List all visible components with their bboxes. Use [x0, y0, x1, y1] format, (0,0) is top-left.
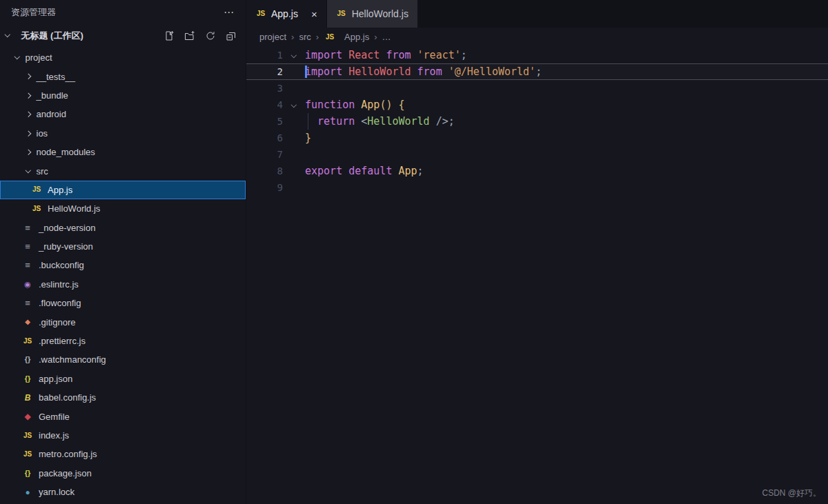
code-token	[342, 49, 348, 61]
tree-item-app-json[interactable]: {}app.json	[0, 370, 246, 388]
breadcrumb-label: src	[299, 32, 310, 42]
tree-item-label: app.json	[39, 374, 72, 384]
code-line-2[interactable]: 2import HelloWorld from '@/HelloWorld';	[246, 63, 828, 80]
code-token: export	[305, 165, 342, 177]
chevron-down-icon	[291, 52, 297, 58]
breadcrumb-label: …	[382, 32, 391, 42]
breadcrumb-item-[interactable]: …	[382, 32, 391, 42]
line-number: 5	[246, 116, 283, 127]
tree-item-node-modules[interactable]: node_modules	[0, 143, 246, 161]
more-actions-icon[interactable]: ⋯	[224, 6, 235, 19]
editor-tabbar: JSApp.js×JSHelloWorld.js	[246, 0, 828, 28]
file-tree: project__tests___bundleandroidiosnode_mo…	[0, 46, 246, 504]
explorer-sidebar: 资源管理器 ⋯ 无标题 (工作区) project__tests___bundl…	[0, 0, 246, 504]
line-number: 2	[246, 66, 283, 77]
line-number: 4	[246, 99, 283, 110]
tree-item-buckconfig[interactable]: ≡.buckconfig	[0, 256, 246, 274]
workspace-label: 无标题 (工作区)	[21, 30, 83, 42]
tree-item-label: .buckconfig	[39, 260, 84, 270]
code-line-5[interactable]: 5 return <HelloWorld />;	[246, 113, 828, 130]
code-text: import React from 'react';	[305, 49, 467, 61]
tree-item-flowconfig[interactable]: ≡.flowconfig	[0, 294, 246, 312]
code-line-4[interactable]: 4function App() {	[246, 97, 828, 113]
js-file-icon: JS	[21, 451, 34, 458]
code-token: HelloWorld	[348, 65, 411, 78]
line-number: 8	[246, 165, 283, 177]
tree-item-watchmanconfig[interactable]: {}.watchmanconfig	[0, 350, 246, 369]
tree-item-android[interactable]: android	[0, 105, 246, 123]
tree-item-prettierrc-js[interactable]: JS.prettierrc.js	[0, 332, 246, 350]
tree-item-node-version[interactable]: ≡_node-version	[0, 219, 246, 237]
code-token: function	[305, 99, 355, 111]
code-token: from	[417, 65, 442, 78]
code-token: from	[386, 49, 411, 61]
code-editor[interactable]: 1import React from 'react';2import Hello…	[246, 46, 828, 504]
tree-item-helloworld-js[interactable]: JSHelloWorld.js	[0, 199, 246, 218]
fold-chevron-icon[interactable]	[283, 103, 305, 107]
tree-item-label: src	[37, 166, 48, 177]
collapse-all-icon[interactable]	[224, 28, 239, 43]
tree-item-babel-config-js[interactable]: Bbabel.config.js	[0, 388, 246, 407]
braces-y-file-icon: {}	[21, 470, 34, 477]
explorer-title: 资源管理器	[11, 6, 56, 19]
tree-item-label: App.js	[48, 185, 72, 195]
code-line-9[interactable]: 9	[246, 179, 828, 196]
tree-item-package-json[interactable]: {}package.json	[0, 464, 246, 483]
breadcrumb-separator-icon: ›	[374, 32, 377, 42]
tree-item-app-js[interactable]: JSApp.js	[0, 181, 246, 199]
new-folder-icon[interactable]	[182, 28, 197, 43]
tree-item-index-js[interactable]: JSindex.js	[0, 426, 246, 445]
code-line-6[interactable]: 6}	[246, 130, 828, 146]
tab-helloworld-js[interactable]: JSHelloWorld.js	[326, 0, 417, 28]
breadcrumb-item-project[interactable]: project	[259, 32, 286, 42]
breadcrumb-item-app-js[interactable]: JSApp.js	[324, 32, 369, 42]
chevron-down-icon	[5, 32, 10, 37]
new-file-icon[interactable]	[161, 28, 177, 43]
editor-group: JSApp.js×JSHelloWorld.js project›src›JSA…	[246, 0, 828, 504]
tree-item-eslintrc-js[interactable]: ◉.eslintrc.js	[0, 275, 246, 294]
code-token: return	[317, 115, 355, 128]
breadcrumb-separator-icon: ›	[291, 32, 294, 42]
tree-item-project[interactable]: project	[0, 48, 246, 67]
code-token: App	[361, 99, 379, 111]
line-number: 1	[246, 50, 283, 61]
code-token: ;	[461, 49, 467, 61]
tree-item-gitignore[interactable]: ◆.gitignore	[0, 312, 246, 331]
chevron-right-icon	[26, 74, 31, 79]
tree-item-gemfile[interactable]: ◆Gemfile	[0, 407, 246, 425]
tree-item-metro-config-js[interactable]: JSmetro.config.js	[0, 445, 246, 463]
breadcrumb-separator-icon: ›	[316, 32, 319, 42]
code-token: HelloWorld	[367, 115, 429, 128]
tree-item-label: _node-version	[39, 223, 95, 233]
code-line-1[interactable]: 1import React from 'react';	[246, 47, 828, 63]
git-file-icon: ◆	[21, 319, 34, 325]
workspace-header[interactable]: 无标题 (工作区)	[0, 25, 246, 46]
tab-app-js[interactable]: JSApp.js×	[246, 0, 326, 28]
tree-item-bundle[interactable]: _bundle	[0, 86, 246, 105]
code-token: ;	[448, 115, 455, 128]
close-icon[interactable]: ×	[311, 9, 317, 19]
tree-item-ruby-version[interactable]: ≡_ruby-version	[0, 237, 246, 256]
code-text: export default App;	[305, 165, 424, 177]
tree-item-label: babel.config.js	[39, 392, 96, 403]
js-file-icon: JS	[21, 338, 34, 345]
tree-item-label: project	[26, 52, 52, 63]
code-token: {	[398, 99, 404, 111]
explorer-title-row: 资源管理器 ⋯	[0, 0, 246, 25]
chevron-right-icon	[26, 93, 31, 99]
code-token: default	[348, 165, 392, 177]
code-token: App	[398, 165, 417, 177]
tree-item-src[interactable]: src	[0, 161, 246, 180]
code-line-8[interactable]: 8export default App;	[246, 163, 828, 179]
tree-item-label: _bundle	[37, 90, 68, 101]
breadcrumb-item-src[interactable]: src	[299, 32, 310, 42]
tree-item-tests[interactable]: __tests__	[0, 67, 246, 85]
fold-chevron-icon[interactable]	[283, 53, 305, 57]
breadcrumb-label: project	[259, 32, 286, 42]
tree-item-yarn-lock[interactable]: ●yarn.lock	[0, 483, 246, 501]
code-line-3[interactable]: 3	[246, 80, 828, 97]
tree-item-ios[interactable]: ios	[0, 124, 246, 143]
code-token: 'react'	[417, 49, 461, 61]
code-line-7[interactable]: 7	[246, 146, 828, 163]
refresh-icon[interactable]	[203, 28, 218, 43]
